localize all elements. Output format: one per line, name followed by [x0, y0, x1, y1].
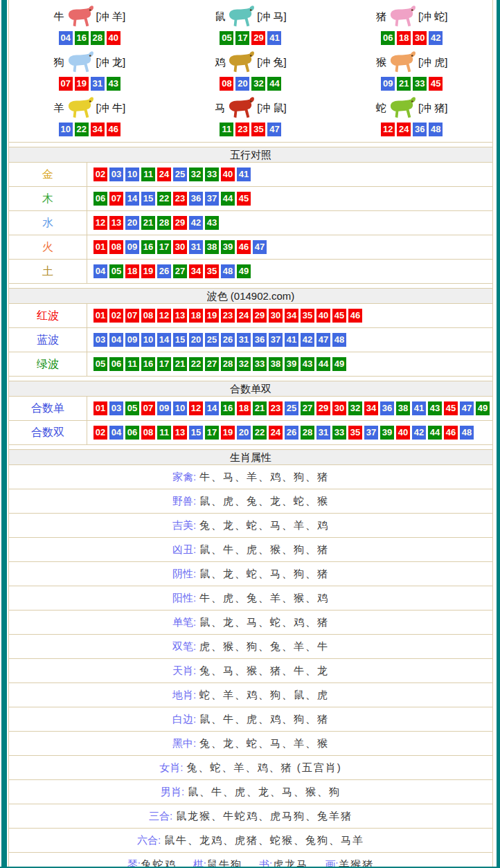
- row-label: 红波: [9, 304, 87, 327]
- number-ball-21: 21: [397, 77, 411, 91]
- number-ball-40: 40: [396, 426, 410, 440]
- number-ball-40: 40: [221, 168, 235, 181]
- attribute-label: 单笔:: [172, 616, 196, 629]
- number-ball-22: 22: [189, 357, 203, 371]
- section-title-shengxiao: 生肖属性: [9, 449, 492, 465]
- number-ball-35: 35: [301, 309, 314, 323]
- number-ball-42: 42: [301, 333, 314, 347]
- number-ball-41: 41: [285, 333, 298, 347]
- zodiac-number-list: 06183042: [331, 31, 492, 45]
- attribute-label: 黑中:: [172, 737, 196, 750]
- attribute-row: 双笔:虎、猴、狗、兔、羊、牛: [9, 635, 492, 659]
- attribute-row: 天肖:兔、马、猴、猪、牛、龙: [9, 659, 492, 683]
- number-ball-04: 04: [109, 333, 123, 347]
- row-number-list: 0103050709101214161821232527293032343638…: [87, 397, 492, 420]
- goat-image: [66, 96, 95, 120]
- number-ball-18: 18: [125, 264, 139, 278]
- number-ball-29: 29: [316, 401, 330, 415]
- number-ball-43: 43: [107, 77, 120, 91]
- zodiac-name: 猴: [376, 56, 386, 69]
- number-ball-07: 07: [59, 77, 73, 91]
- rooster-image: [226, 50, 256, 75]
- number-ball-12: 12: [381, 123, 395, 136]
- section-heshu: 合数单双 合数单01030507091012141618212325272930…: [9, 381, 492, 445]
- number-ball-04: 04: [109, 426, 123, 440]
- number-ball-02: 02: [93, 426, 107, 440]
- attribute-row: 男肖:鼠、牛、虎、龙、马、猴、狗: [9, 780, 492, 804]
- number-ball-37: 37: [269, 333, 283, 347]
- horse-image: [226, 96, 256, 120]
- number-ball-08: 08: [141, 309, 155, 323]
- number-ball-42: 42: [429, 31, 443, 45]
- rat-image: [226, 4, 256, 29]
- number-ball-08: 08: [141, 426, 155, 440]
- attribute-label: 三合:: [149, 810, 172, 823]
- number-ball-30: 30: [269, 309, 283, 323]
- attribute-label: 野兽:: [172, 495, 196, 508]
- number-ball-13: 13: [173, 426, 187, 440]
- number-ball-08: 08: [109, 240, 123, 254]
- number-ball-49: 49: [476, 401, 490, 415]
- attribute-label: 地肖:: [172, 689, 196, 702]
- attribute-value: 虎、猴、狗、兔、羊、牛: [199, 640, 329, 653]
- number-ball-45: 45: [444, 401, 458, 415]
- number-ball-38: 38: [269, 357, 283, 371]
- number-ball-24: 24: [237, 309, 251, 323]
- number-ball-25: 25: [173, 168, 187, 181]
- number-ball-23: 23: [235, 123, 249, 136]
- number-ball-16: 16: [141, 357, 155, 371]
- number-ball-30: 30: [173, 240, 187, 254]
- row-label: 绿波: [9, 352, 87, 376]
- zodiac-clash-label: [冲 虎]: [418, 56, 448, 69]
- number-ball-30: 30: [413, 31, 427, 45]
- zodiac-name: 猪: [376, 10, 386, 24]
- attribute-row: 女肖:兔、蛇、羊、鸡、猪 (五宫肖): [9, 756, 492, 780]
- number-ball-40: 40: [316, 309, 330, 323]
- pig-image: [388, 4, 417, 29]
- number-ball-21: 21: [141, 216, 155, 230]
- number-ball-41: 41: [237, 168, 251, 181]
- number-ball-27: 27: [301, 401, 314, 415]
- attribute-row: 六合:鼠牛、龙鸡、虎猪、蛇猴、兔狗、马羊: [9, 829, 492, 853]
- monkey-image: [388, 50, 417, 75]
- number-ball-05: 05: [220, 31, 233, 45]
- row-number-list: 0204060811131517192022242628313335373940…: [87, 421, 492, 444]
- attribute-row: 阴性:鼠、龙、蛇、马、狗、猪: [9, 562, 492, 586]
- number-ball-20: 20: [189, 333, 203, 347]
- number-ball-15: 15: [141, 192, 155, 206]
- attribute-label: 双笔:: [172, 640, 196, 653]
- number-ball-37: 37: [205, 192, 219, 206]
- number-ball-35: 35: [348, 426, 362, 440]
- number-ball-15: 15: [173, 333, 187, 347]
- number-ball-30: 30: [332, 401, 346, 415]
- number-ball-45: 45: [237, 192, 251, 206]
- table-row: 土04051819262734354849: [9, 260, 492, 284]
- number-ball-38: 38: [205, 240, 219, 254]
- attribute-value: 鼠、牛、虎、鸡、狗、猪: [199, 713, 329, 726]
- attribute-value: 鼠牛、龙鸡、虎猪、蛇猴、兔狗、马羊: [164, 834, 364, 847]
- zodiac-name: 马: [215, 102, 225, 115]
- board: 牛[冲 羊]04162840鼠[冲 马]05172941猪[冲 蛇]061830…: [8, 0, 493, 868]
- number-ball-22: 22: [157, 192, 171, 206]
- zodiac-name: 狗: [54, 56, 64, 69]
- number-ball-17: 17: [235, 31, 249, 45]
- row-label: 蓝波: [9, 328, 87, 352]
- number-ball-26: 26: [221, 333, 235, 347]
- number-ball-29: 29: [173, 216, 187, 230]
- attribute-value: 牛、虎、兔、羊、猴、鸡: [199, 592, 329, 605]
- page-frame-left: [1, 0, 7, 868]
- attribute-label: 家禽:: [172, 471, 196, 484]
- row-number-list: 03040910141520252631363741424748: [87, 328, 492, 352]
- number-ball-31: 31: [91, 77, 105, 91]
- attribute-row: 凶丑:鼠、牛、虎、猴、狗、猪: [9, 538, 492, 562]
- number-ball-16: 16: [221, 401, 235, 415]
- number-ball-47: 47: [316, 333, 330, 347]
- attribute-value: 兔、龙、蛇、马、羊、猴: [199, 737, 329, 750]
- section-title-bose: 波色 (014902.com): [9, 288, 492, 304]
- number-ball-05: 05: [93, 357, 107, 371]
- number-ball-19: 19: [221, 426, 235, 440]
- table-row: 合数双0204060811131517192022242628313335373…: [9, 421, 492, 445]
- number-ball-12: 12: [93, 216, 107, 230]
- number-ball-03: 03: [93, 333, 107, 347]
- number-ball-17: 17: [157, 357, 171, 371]
